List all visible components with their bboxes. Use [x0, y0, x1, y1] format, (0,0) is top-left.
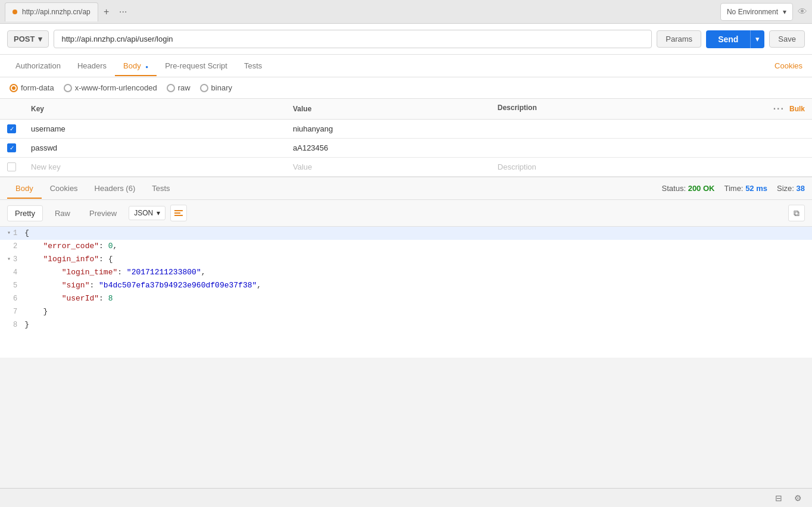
resp-tab-body[interactable]: Body: [7, 179, 42, 199]
table-row: passwd aA123456: [0, 139, 812, 158]
request-tab[interactable]: http://api.nnzhp.cn/ap: [5, 2, 98, 21]
table-row: username niuhanyang: [0, 120, 812, 139]
json-line-5: 5 "sign": "b4dc507efa37b94923e960df09e37…: [0, 279, 812, 292]
more-tabs-button[interactable]: ···: [115, 4, 132, 20]
json-line-8: 8 }: [0, 318, 812, 331]
send-dropdown-button[interactable]: ▾: [750, 30, 764, 48]
size-value: 38: [797, 184, 805, 193]
raw-option[interactable]: raw: [167, 83, 190, 92]
col-check: [0, 99, 24, 120]
env-label: No Environment: [727, 8, 778, 16]
format-chevron-icon: ▾: [157, 209, 160, 217]
fold-arrow-3[interactable]: ▾: [5, 253, 11, 266]
fold-arrow-1[interactable]: ▾: [5, 227, 11, 240]
new-desc-input[interactable]: Description: [491, 158, 812, 177]
copy-button[interactable]: ⧉: [788, 205, 805, 221]
col-desc-header: Description ··· Bulk: [491, 99, 812, 120]
tab-pre-request-script[interactable]: Pre-request Script: [157, 57, 236, 76]
row1-description[interactable]: [491, 120, 812, 139]
response-controls: Pretty Raw Preview JSON ▾ ⧉: [0, 200, 812, 227]
eye-icon[interactable]: 👁: [798, 7, 807, 17]
time-value: 52 ms: [745, 184, 767, 193]
tab-body[interactable]: Body ●: [115, 57, 157, 76]
row1-checkbox[interactable]: [7, 124, 16, 133]
cookies-link[interactable]: Cookies: [772, 57, 805, 75]
json-line-6: 6 "userId": 8: [0, 292, 812, 305]
resp-tab-tests[interactable]: Tests: [143, 179, 178, 199]
environment-dropdown[interactable]: No Environment ▾: [720, 3, 793, 21]
json-line-1: ▾ 1 {: [0, 227, 812, 240]
method-selector[interactable]: POST ▾: [7, 30, 49, 48]
status-value: 200 OK: [688, 184, 715, 193]
form-data-label: form-data: [21, 83, 54, 92]
tab-dot: [13, 10, 17, 14]
view-raw-button[interactable]: Raw: [48, 206, 77, 221]
binary-label: binary: [211, 83, 232, 92]
binary-option[interactable]: binary: [200, 83, 232, 92]
new-key-input[interactable]: New key: [24, 158, 286, 177]
col-value-header: Value: [286, 99, 491, 120]
json-line-3: ▾ 3 "login_info": {: [0, 253, 812, 266]
wrap-lines-icon: [174, 210, 183, 216]
table-options-button[interactable]: ···: [773, 104, 785, 114]
method-chevron-icon: ▾: [38, 35, 42, 43]
new-row: New key Value Description: [0, 158, 812, 177]
resp-tab-headers[interactable]: Headers (6): [86, 179, 144, 199]
row1-value[interactable]: niuhanyang: [286, 120, 491, 139]
col-key-header: Key: [24, 99, 286, 120]
row2-value[interactable]: aA123456: [286, 139, 491, 158]
view-preview-button[interactable]: Preview: [82, 206, 124, 221]
tab-headers[interactable]: Headers: [69, 57, 115, 76]
row2-description[interactable]: [491, 139, 812, 158]
row2-checkbox[interactable]: [7, 143, 16, 152]
params-button[interactable]: Params: [657, 30, 701, 48]
request-tabs: Authorization Headers Body ● Pre-request…: [0, 55, 812, 77]
save-button[interactable]: Save: [769, 30, 805, 48]
raw-radio[interactable]: [167, 84, 175, 92]
format-selector[interactable]: JSON ▾: [129, 206, 165, 220]
chevron-down-icon: ▾: [783, 8, 786, 16]
urlencoded-radio[interactable]: [64, 84, 72, 92]
url-bar: POST ▾ Params Send ▾ Save: [0, 24, 812, 55]
copy-icon: ⧉: [794, 208, 799, 218]
json-response-viewer: ▾ 1 { 2 "error_code": 0, ▾ 3 "login_info…: [0, 227, 812, 358]
send-button[interactable]: Send: [706, 30, 750, 48]
env-selector: No Environment ▾ 👁: [720, 3, 807, 21]
format-label: JSON: [134, 209, 153, 217]
tab-tests[interactable]: Tests: [236, 57, 270, 76]
status-label: Status:: [662, 184, 686, 193]
body-type-bar: form-data x-www-form-urlencoded raw bina…: [0, 77, 812, 99]
new-row-checkbox[interactable]: [7, 162, 16, 171]
size-label: Size:: [777, 184, 794, 193]
resp-tab-cookies[interactable]: Cookies: [42, 179, 86, 199]
tab-authorization[interactable]: Authorization: [7, 57, 69, 76]
wrap-button[interactable]: [170, 205, 187, 221]
form-data-radio[interactable]: [10, 84, 18, 92]
view-pretty-button[interactable]: Pretty: [7, 205, 43, 221]
response-status-bar: Status: 200 OK Time: 52 ms Size: 38: [662, 184, 805, 193]
form-table: Key Value Description ··· Bulk username …: [0, 99, 812, 177]
new-value-input[interactable]: Value: [286, 158, 491, 177]
row1-key[interactable]: username: [24, 120, 286, 139]
time-label: Time:: [724, 184, 743, 193]
raw-label: raw: [178, 83, 190, 92]
row2-key[interactable]: passwd: [24, 139, 286, 158]
method-label: POST: [14, 35, 35, 43]
json-line-7: 7 }: [0, 305, 812, 318]
tab-bar: http://api.nnzhp.cn/ap + ··· No Environm…: [0, 0, 812, 24]
url-input[interactable]: [54, 30, 652, 48]
add-tab-button[interactable]: +: [98, 4, 115, 20]
send-button-group: Send ▾: [706, 30, 764, 48]
response-tabs-bar: Body Cookies Headers (6) Tests Status: 2…: [0, 177, 812, 200]
urlencoded-option[interactable]: x-www-form-urlencoded: [64, 83, 157, 92]
json-line-4: 4 "login_time": "20171211233800",: [0, 266, 812, 279]
tab-url-label: http://api.nnzhp.cn/ap: [22, 8, 90, 16]
form-data-option[interactable]: form-data: [10, 83, 54, 92]
binary-radio[interactable]: [200, 84, 208, 92]
bulk-edit-button[interactable]: Bulk: [789, 105, 805, 113]
json-line-2: 2 "error_code": 0,: [0, 240, 812, 253]
urlencoded-label: x-www-form-urlencoded: [75, 83, 157, 92]
